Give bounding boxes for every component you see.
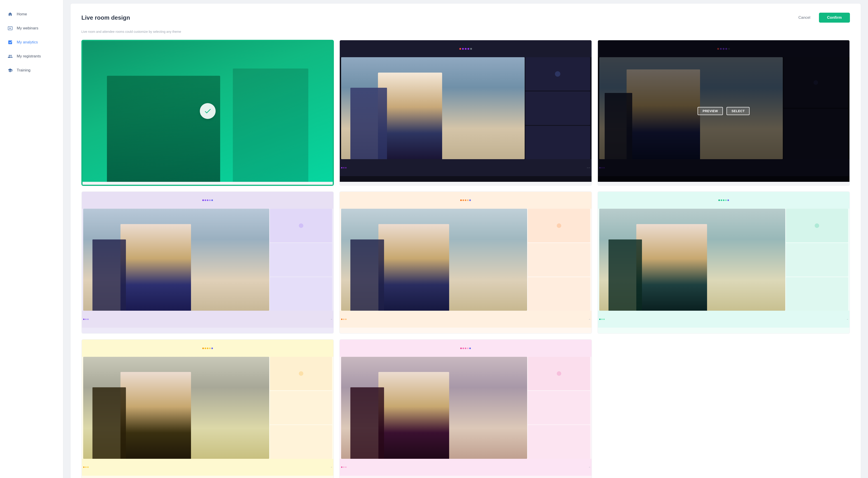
training-icon — [7, 67, 13, 73]
sidebar-item-home[interactable]: Home — [0, 7, 63, 21]
theme-teal-light-preview: ••• — [598, 192, 849, 333]
card-header: Live room design Cancel Confirm — [81, 13, 850, 23]
cancel-button[interactable]: Cancel — [794, 13, 814, 22]
theme-purple-preview: ••• — [82, 192, 333, 333]
preview-button[interactable]: PREVIEW — [698, 107, 723, 115]
sidebar-item-my-analytics[interactable]: My analytics — [0, 35, 63, 49]
sidebar-item-home-label: Home — [17, 12, 27, 17]
home-icon — [7, 11, 13, 17]
theme-hover-overlay: PREVIEW SELECT — [598, 40, 849, 182]
page-title: Live room design — [81, 14, 130, 21]
mock-ui-dark: ••• ••• — [340, 40, 591, 182]
mock-sidebar-dark — [525, 57, 590, 159]
theme-yellow-light[interactable]: ••• — [81, 339, 334, 478]
analytics-icon — [7, 39, 13, 45]
sidebar-item-training-label: Training — [17, 68, 31, 72]
theme-dark-hover-preview: PREVIEW SELECT — [598, 40, 849, 182]
mock-content-dark — [340, 57, 591, 159]
card-subtitle: Live room and attendee rooms could custo… — [81, 30, 850, 33]
webinar-icon — [7, 25, 13, 31]
main-content: Live room design Cancel Confirm Live roo… — [63, 0, 868, 478]
sidebar-item-my-webinars[interactable]: My webinars — [0, 21, 63, 35]
sidebar-item-my-analytics-label: My analytics — [17, 40, 38, 44]
theme-dark-hover[interactable]: PREVIEW SELECT — [597, 40, 850, 186]
mock-topbar-dark — [340, 40, 591, 57]
theme-teal-selected[interactable] — [81, 40, 334, 186]
theme-teal-preview — [82, 40, 333, 182]
mock-video-dark — [341, 57, 525, 159]
theme-pink-preview: ••• — [340, 339, 591, 478]
sidebar: Home My webinars My analytics My registr… — [0, 0, 63, 478]
themes-grid: ••• ••• — [81, 40, 850, 478]
header-actions: Cancel Confirm — [794, 13, 850, 23]
theme-pink-light[interactable]: ••• — [339, 339, 592, 478]
sidebar-item-my-registrants-label: My registrants — [17, 54, 41, 59]
confirm-button[interactable]: Confirm — [819, 13, 850, 23]
theme-dark-mid-preview: ••• ••• — [340, 40, 591, 182]
theme-yellow-preview: ••• — [82, 339, 333, 478]
select-button[interactable]: SELECT — [726, 107, 749, 115]
live-room-design-card: Live room design Cancel Confirm Live roo… — [70, 4, 861, 478]
theme-purple-light[interactable]: ••• — [81, 191, 334, 334]
theme-orange-preview: ••• — [340, 192, 591, 333]
sidebar-item-training[interactable]: Training — [0, 63, 63, 77]
mock-bottombar-dark: ••• ••• — [340, 159, 591, 176]
theme-orange-light[interactable]: ••• — [339, 191, 592, 334]
theme-teal-label — [82, 182, 333, 185]
sidebar-item-my-registrants[interactable]: My registrants — [0, 49, 63, 63]
sidebar-item-my-webinars-label: My webinars — [17, 26, 38, 31]
selected-check-circle — [200, 103, 216, 119]
theme-teal-light[interactable]: ••• — [597, 191, 850, 334]
theme-dark-mid[interactable]: ••• ••• — [339, 40, 592, 186]
registrants-icon — [7, 53, 13, 59]
